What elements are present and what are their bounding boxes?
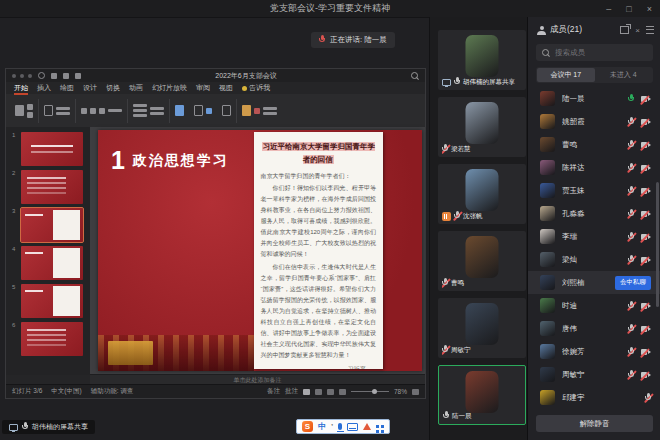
maximize-button[interactable]: □ [626, 4, 631, 14]
mic-on-icon[interactable] [628, 94, 634, 104]
paragraph-controls[interactable] [128, 98, 169, 124]
member-search[interactable] [536, 44, 653, 61]
member-row[interactable]: 徐婉芳 [528, 340, 660, 363]
mic-off-icon[interactable] [628, 209, 634, 219]
accessibility-indicator[interactable]: 辅助功能: 调查 [91, 387, 134, 396]
member-row[interactable]: 梁灿 [528, 248, 660, 271]
video-tile-1[interactable]: 胡伟楠的屏幕共享 [438, 30, 526, 90]
camera-off-icon[interactable] [641, 371, 651, 378]
mic-off-icon[interactable] [628, 140, 634, 150]
camera-off-icon[interactable] [641, 302, 651, 309]
slide-thumbnail-4[interactable]: 4 [6, 244, 90, 282]
camera-off-icon[interactable] [641, 164, 651, 171]
slide-sorter-icon[interactable] [315, 389, 322, 395]
slide-thumbnail-5[interactable]: 5 [6, 282, 90, 320]
mic-off-icon[interactable] [628, 301, 634, 311]
member-search-input[interactable] [553, 47, 647, 58]
video-tile-4[interactable]: 曹鸣 [438, 231, 526, 291]
camera-off-icon[interactable] [641, 187, 651, 194]
minimize-button[interactable]: – [606, 4, 611, 14]
mic-off-icon[interactable] [628, 163, 634, 173]
ime-voice-icon[interactable] [338, 423, 342, 430]
mic-off-icon[interactable] [628, 324, 634, 334]
video-tile-5[interactable]: 周敏宁 [438, 298, 526, 358]
ime-keyboard-icon[interactable] [347, 423, 358, 431]
camera-off-icon[interactable] [641, 256, 651, 263]
ime-toolbox-icon[interactable] [376, 425, 379, 428]
shapes-button[interactable] [189, 98, 217, 124]
slide-thumbnail-6[interactable]: 6 [6, 320, 90, 358]
wps-tab-4[interactable]: 设计 [83, 83, 97, 93]
reading-view-icon[interactable] [327, 389, 334, 395]
member-row[interactable]: 贾玉妹 [528, 179, 660, 202]
member-row[interactable]: 曹鸣 [528, 133, 660, 156]
video-tile-3[interactable]: 沈张帆 [438, 164, 526, 224]
undo-icon[interactable] [63, 73, 69, 79]
mic-off-icon[interactable] [628, 117, 634, 127]
mic-off-icon[interactable] [645, 393, 651, 403]
camera-off-icon[interactable] [641, 141, 651, 148]
member-row[interactable]: 李瑞 [528, 225, 660, 248]
camera-off-icon[interactable] [641, 210, 651, 217]
member-row[interactable]: 唐伟 [528, 317, 660, 340]
member-row[interactable]: 陆一晨 [528, 87, 660, 110]
video-tile-6[interactable]: 陆一晨 [438, 365, 526, 425]
zoom-slider-knob[interactable] [372, 389, 377, 394]
member-row[interactable]: 陈祥达 [528, 156, 660, 179]
wps-tab-7[interactable]: 幻灯片放映 [152, 83, 187, 93]
member-tab-2[interactable]: 未进入 4 [595, 68, 653, 82]
unmute-button[interactable]: 解除静音 [536, 415, 653, 432]
video-tile-2[interactable]: 梁若慧 [438, 97, 526, 157]
language-indicator[interactable]: 中文(中国) [51, 387, 81, 396]
fit-to-window-icon[interactable] [412, 389, 419, 395]
slideshow-icon[interactable] [339, 389, 346, 395]
search-icon[interactable] [411, 72, 419, 80]
ime-language-toggle[interactable]: 中 [318, 421, 326, 432]
editing-controls[interactable] [237, 98, 282, 124]
wps-tab-8[interactable]: 审阅 [196, 83, 210, 93]
member-list-scrollbar[interactable] [656, 182, 659, 307]
popout-panel-icon[interactable] [620, 26, 629, 34]
camera-off-icon[interactable] [641, 233, 651, 240]
textbox-button[interactable] [217, 98, 236, 124]
member-row[interactable]: 时迪 [528, 294, 660, 317]
wps-tab-1[interactable]: 开始 [14, 83, 28, 93]
tell-me-button[interactable]: 告诉我 [242, 83, 270, 93]
redo-icon[interactable] [75, 73, 81, 79]
close-button[interactable]: × [647, 4, 652, 14]
font-controls[interactable] [76, 98, 127, 124]
mic-off-icon[interactable] [628, 186, 634, 196]
wps-tab-9[interactable]: 视图 [219, 83, 233, 93]
slide-thumbnail-2[interactable]: 2 [6, 168, 90, 206]
mic-off-icon[interactable] [628, 255, 634, 265]
close-panel-icon[interactable]: × [635, 26, 640, 35]
member-row[interactable]: 周敏宁 [528, 363, 660, 386]
ime-logo-icon[interactable]: S [302, 421, 313, 432]
member-row[interactable]: 邱建宇 [528, 386, 660, 409]
mic-off-icon[interactable] [628, 370, 634, 380]
picture-button[interactable] [170, 98, 189, 124]
wps-tab-5[interactable]: 切换 [106, 83, 120, 93]
camera-off-icon[interactable] [641, 95, 651, 102]
wps-tab-3[interactable]: 绘图 [60, 83, 74, 93]
home-icon[interactable] [38, 72, 45, 79]
member-row[interactable]: 姚韶霞 [528, 110, 660, 133]
normal-view-icon[interactable] [303, 389, 310, 395]
mic-off-icon[interactable] [628, 347, 634, 357]
slide-thumbnail-3[interactable]: 3 [6, 206, 90, 244]
camera-off-icon[interactable] [641, 348, 651, 355]
camera-off-icon[interactable] [641, 325, 651, 332]
wps-tab-6[interactable]: 动画 [129, 83, 143, 93]
member-row[interactable]: 刘熙楠会中私聊 [528, 271, 660, 294]
camera-off-icon[interactable] [641, 118, 651, 125]
comments-toggle[interactable]: 批注 [285, 387, 298, 396]
panel-menu-icon[interactable] [646, 26, 654, 34]
paste-button[interactable] [10, 98, 38, 124]
member-row[interactable]: 孔淼淼 [528, 202, 660, 225]
zoom-slider[interactable] [351, 391, 389, 392]
new-slide-button[interactable] [39, 98, 75, 124]
ime-punctuation-toggle[interactable]: ’ [331, 422, 333, 431]
wps-tab-2[interactable]: 插入 [37, 83, 51, 93]
notes-toggle[interactable]: 备注 [267, 387, 280, 396]
ime-skin-icon[interactable] [363, 423, 371, 430]
